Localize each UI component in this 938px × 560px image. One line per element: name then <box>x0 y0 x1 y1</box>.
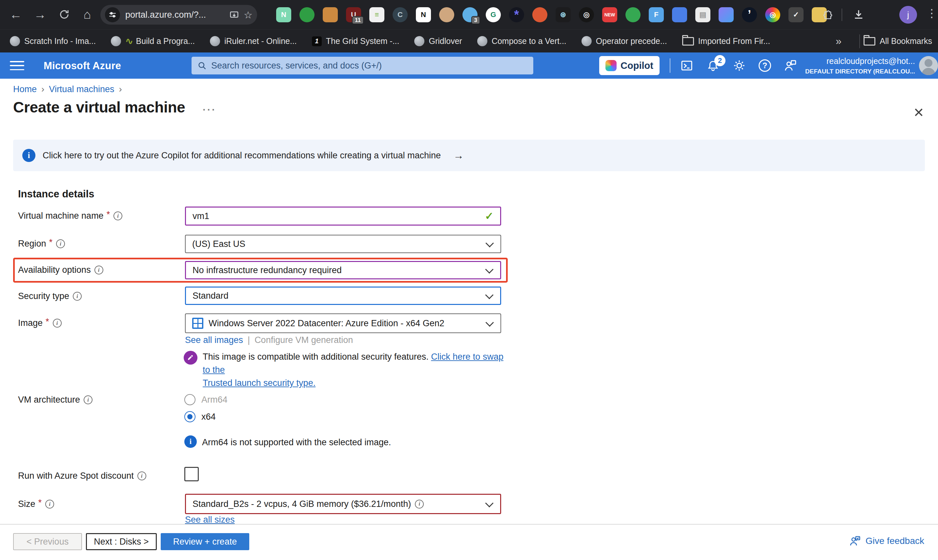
account-info[interactable]: realcloudprojects@hot... DEFAULT DIRECTO… <box>805 56 915 75</box>
section-heading: Instance details <box>18 188 94 200</box>
ext-icon-list-document[interactable]: ≡ <box>369 7 384 22</box>
size-dropdown[interactable]: Standard_B2s - 2 vcpus, 4 GiB memory ($3… <box>185 494 501 514</box>
ext-icon-phone[interactable] <box>672 7 687 22</box>
banner-text: Click here to try out the Azure Copilot … <box>43 151 441 161</box>
cloud-shell-icon[interactable] <box>679 58 694 73</box>
info-icon[interactable]: i <box>114 211 122 220</box>
azure-header: Microsoft Azure Search resources, servic… <box>0 52 938 79</box>
back-icon[interactable]: ← <box>7 6 24 23</box>
info-icon[interactable]: i <box>53 319 62 328</box>
ext-icon-grammarly-g[interactable]: G <box>486 7 501 22</box>
url-text[interactable]: portal.azure.com/?... <box>125 10 225 20</box>
downloads-icon[interactable] <box>850 6 867 23</box>
bookmark-label: The Grid System -... <box>326 36 399 46</box>
ext-icon-document[interactable]: ▤ <box>695 7 710 22</box>
ext-icon-evernote-elephant[interactable] <box>299 7 314 22</box>
previous-button[interactable]: < Previous <box>13 533 82 550</box>
ext-icon-crescent-c[interactable]: C <box>393 7 408 22</box>
bookmark-item[interactable]: iRuler.net - Online... <box>210 36 297 46</box>
all-bookmarks-button[interactable]: All Bookmarks <box>864 36 932 46</box>
image-dropdown[interactable]: Windows Server 2022 Datacenter: Azure Ed… <box>185 314 501 333</box>
bookmark-item[interactable]: Compose to a Vert... <box>477 36 567 46</box>
more-options-icon[interactable]: ··· <box>203 104 216 115</box>
ext-icon-asterisk-flower[interactable]: * <box>509 7 524 22</box>
azure-brand[interactable]: Microsoft Azure <box>44 60 121 72</box>
info-icon[interactable]: i <box>84 395 92 404</box>
ext-icon-camel-book[interactable] <box>323 7 338 22</box>
ext-icon-gradient-grid[interactable] <box>719 7 734 22</box>
ext-icon-notion-n[interactable]: N <box>416 7 431 22</box>
browser-menu-icon[interactable]: ⋮ <box>926 6 937 20</box>
info-icon[interactable]: i <box>137 471 146 480</box>
bookmark-label: iRuler.net - Online... <box>224 36 297 46</box>
feedback-icon[interactable] <box>783 58 798 73</box>
home-icon[interactable]: ⌂ <box>79 6 96 23</box>
bookmark-label: Compose to a Vert... <box>491 36 567 46</box>
help-icon[interactable]: ? <box>758 58 772 73</box>
copilot-button[interactable]: Copilot <box>599 56 659 75</box>
ext-icon-ghost[interactable]: 3 <box>462 7 477 22</box>
ext-icon-duckduckgo[interactable] <box>532 7 547 22</box>
bookmark-item[interactable]: Imported From Fir... <box>682 36 770 46</box>
address-bar[interactable]: portal.azure.com/?... ☆ <box>100 5 257 25</box>
bookmark-item[interactable]: Gridlover <box>414 36 462 46</box>
breadcrumb-home[interactable]: Home <box>13 84 37 94</box>
region-dropdown[interactable]: (US) East US <box>185 235 501 253</box>
ext-icon-check-dark[interactable]: ✓ <box>789 7 804 22</box>
give-feedback-link[interactable]: Give feedback <box>849 535 924 547</box>
breadcrumb-virtual-machines[interactable]: Virtual machines <box>49 84 114 94</box>
ext-icon-ublock-shield[interactable]: U11 <box>346 7 361 22</box>
bookmark-item[interactable]: Operator precede... <box>582 36 667 46</box>
cast-icon[interactable] <box>229 10 239 20</box>
review-create-button[interactable]: Review + create <box>161 533 249 550</box>
ext-icon-notes-n[interactable]: N <box>276 7 291 22</box>
required-marker: * <box>39 498 42 508</box>
arm64-note: Arm64 is not supported with the selected… <box>202 437 391 448</box>
security-type-dropdown[interactable]: Standard <box>185 286 501 305</box>
bookmark-item[interactable]: 1 The Grid System -... <box>312 36 399 46</box>
info-icon[interactable]: i <box>415 500 424 509</box>
azure-search-input[interactable]: Search resources, services, and docs (G+… <box>191 57 533 74</box>
ext-icon-avatar-face[interactable] <box>439 7 454 22</box>
bookmark-item[interactable]: Scratch Info - Ima... <box>10 36 96 46</box>
site-settings-icon[interactable] <box>105 7 120 22</box>
next-disks-button[interactable]: Next : Disks > <box>86 533 157 550</box>
ext-icon-target-rings[interactable]: ◎ <box>579 7 594 22</box>
vm-name-input[interactable]: vm1 ✓ <box>185 206 501 226</box>
radio-x64[interactable] <box>184 411 196 422</box>
bookmark-item[interactable]: ∿ Build a Progra... <box>111 36 195 46</box>
account-email: realcloudprojects@hot... <box>805 56 915 66</box>
info-icon[interactable]: i <box>45 500 54 509</box>
see-all-images-link[interactable]: See all images <box>185 335 243 345</box>
configure-vm-generation-link: Configure VM generation <box>254 335 353 345</box>
settings-gear-icon[interactable] <box>732 58 747 73</box>
info-icon: i <box>22 149 35 162</box>
copilot-logo-icon <box>605 60 616 71</box>
browser-profile-avatar[interactable]: j <box>899 6 917 24</box>
vm-architecture-label: VM architecture i <box>18 395 92 405</box>
radio-arm64[interactable] <box>184 394 196 405</box>
ext-icon-rainbow-lens[interactable]: ◎ <box>765 7 780 22</box>
ext-icon-react-atom[interactable]: ⊛ <box>556 7 571 22</box>
azure-avatar[interactable] <box>919 56 938 75</box>
arrow-right-icon[interactable]: → <box>453 149 464 162</box>
ext-icon-green-dancer[interactable] <box>625 7 641 22</box>
ext-icon-quote-mark[interactable]: ’ <box>742 7 757 22</box>
bookmark-star-icon[interactable]: ☆ <box>244 9 253 21</box>
bookmarks-overflow-icon[interactable]: » <box>836 35 842 47</box>
ext-icon-new-badge[interactable]: NEW <box>602 7 617 22</box>
bookmarks-divider <box>859 34 860 48</box>
info-icon[interactable]: i <box>94 266 103 274</box>
copilot-banner[interactable]: i Click here to try out the Azure Copilo… <box>13 140 925 171</box>
close-icon[interactable]: × <box>914 102 924 122</box>
hamburger-menu-icon[interactable] <box>10 60 24 71</box>
see-all-sizes-link[interactable]: See all sizes <box>185 515 235 525</box>
ext-icon-fonts-f[interactable]: F <box>649 7 664 22</box>
spot-discount-checkbox[interactable] <box>184 467 199 481</box>
forward-icon[interactable]: → <box>31 6 49 23</box>
info-icon[interactable]: i <box>73 292 82 301</box>
availability-options-dropdown[interactable]: No infrastructure redundancy required <box>185 261 501 279</box>
info-icon[interactable]: i <box>56 239 65 248</box>
extensions-puzzle-icon[interactable] <box>819 7 836 24</box>
reload-icon[interactable] <box>56 6 73 23</box>
